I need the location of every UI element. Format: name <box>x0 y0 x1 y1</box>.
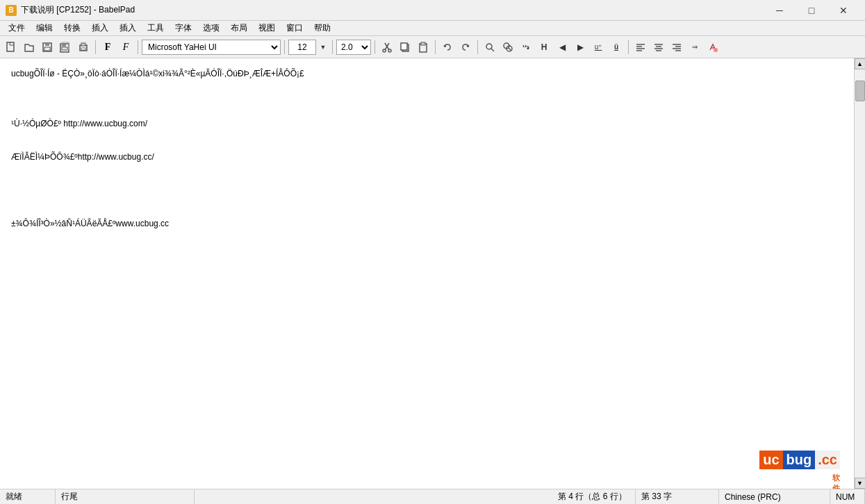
new-icon <box>6 42 17 53</box>
status-position: 第 4 行（总 6 行） <box>552 489 636 504</box>
align-center-button[interactable] <box>650 39 667 56</box>
clear-format-button[interactable] <box>705 39 721 56</box>
save-all-button[interactable] <box>57 39 74 56</box>
prev-button[interactable]: ◀ <box>554 39 570 56</box>
scroll-down[interactable]: ▼ <box>855 478 866 489</box>
save-all-icon <box>60 42 71 53</box>
separator-3 <box>284 40 285 54</box>
status-ready: 就绪 <box>0 489 56 504</box>
undo-button[interactable] <box>439 39 456 56</box>
svg-line-24 <box>491 49 494 51</box>
svg-rect-11 <box>81 43 85 46</box>
cut-icon <box>381 42 393 53</box>
umark-button[interactable]: u⁺ <box>590 39 607 56</box>
save-icon <box>42 42 53 53</box>
status-bar: 就绪 行尾 第 4 行（总 6 行） 第 33 字 Chinese (PRC) … <box>0 489 865 504</box>
minimize-button[interactable]: ─ <box>764 0 796 21</box>
svg-rect-18 <box>401 43 407 50</box>
menu-help[interactable]: 帮助 <box>308 21 336 35</box>
undo-icon <box>442 42 453 53</box>
editor-area[interactable]: ucbugÕÎÏ·Íø - ËÇÒ»¸öÏò·áÓÎÏ·Íæ¼ÒÌá¹©xi¾¾… <box>0 58 854 489</box>
logo-bug: bug <box>783 451 816 469</box>
separator-7 <box>477 40 478 54</box>
status-numlock: NUM <box>830 489 865 504</box>
next-button[interactable]: ▶ <box>572 39 588 56</box>
new-button[interactable] <box>3 39 19 56</box>
cut-button[interactable] <box>379 39 395 56</box>
find2-icon <box>502 42 513 53</box>
line-height-selector[interactable]: 2.0 <box>336 40 371 55</box>
font-selector[interactable]: Microsoft YaHei UI <box>142 40 281 55</box>
find-icon <box>484 42 495 53</box>
menu-window[interactable]: 窗口 <box>281 21 308 35</box>
umark2-button[interactable]: ü <box>608 39 625 56</box>
status-encoding: Chinese (PRC) <box>719 489 830 504</box>
logo-cc: .cc <box>815 451 840 469</box>
app-icon: B <box>6 5 17 16</box>
toolbar: F F Microsoft YaHei UI ▼ 2.0 ¹²₃ H ◀ ▶ u… <box>0 36 865 58</box>
separator-6 <box>435 40 436 54</box>
align-center-icon <box>653 42 664 53</box>
paste-icon <box>418 42 429 53</box>
scroll-up[interactable]: ▲ <box>855 58 866 69</box>
save-button[interactable] <box>39 39 56 56</box>
scrollbar[interactable]: ▲ ▼ <box>854 58 865 489</box>
svg-point-15 <box>383 49 386 52</box>
editor-content: ucbugÕÎÏ·Íø - ËÇÒ»¸öÏò·áÓÎÏ·Íæ¼ÒÌá¹©xi¾¾… <box>11 65 843 343</box>
menu-tools[interactable]: 工具 <box>142 21 170 35</box>
svg-rect-0 <box>7 42 14 51</box>
menu-options[interactable]: 选项 <box>197 21 225 35</box>
separator-8 <box>628 40 629 54</box>
close-button[interactable]: ✕ <box>827 0 859 21</box>
align-right-button[interactable] <box>668 39 685 56</box>
separator-5 <box>374 40 375 54</box>
print-icon <box>78 42 89 53</box>
svg-rect-5 <box>44 47 50 51</box>
svg-rect-4 <box>45 43 49 46</box>
find-button[interactable] <box>481 39 498 56</box>
maximize-button[interactable]: □ <box>796 0 827 21</box>
italic-button[interactable]: F <box>117 39 134 56</box>
title-bar: B 下载说明 [CP1252] - BabelPad ─ □ ✕ <box>0 0 865 21</box>
open-button[interactable] <box>21 39 38 56</box>
copy-button[interactable] <box>397 39 413 56</box>
copy-icon <box>399 42 411 53</box>
menu-font[interactable]: 字体 <box>170 21 197 35</box>
font-size-dropdown[interactable]: ▼ <box>318 39 329 56</box>
svg-line-27 <box>509 48 511 51</box>
svg-point-16 <box>388 49 391 52</box>
open-icon <box>24 42 35 53</box>
unicode-button[interactable]: ¹²₃ <box>518 39 534 56</box>
paste-button[interactable] <box>415 39 431 56</box>
menu-file[interactable]: 文件 <box>3 21 31 35</box>
menu-layout[interactable]: 布局 <box>225 21 253 35</box>
align-left-icon <box>635 42 646 53</box>
font-size-input[interactable] <box>288 40 316 55</box>
line-button[interactable]: H <box>536 39 552 56</box>
svg-point-41 <box>714 48 718 52</box>
print-button[interactable] <box>75 39 92 56</box>
svg-point-23 <box>486 44 492 49</box>
align-right-icon <box>671 42 682 53</box>
align-left-button[interactable] <box>632 39 649 56</box>
status-lineend: 行尾 <box>56 489 195 504</box>
status-chars: 第 33 字 <box>636 489 719 504</box>
separator-4 <box>332 40 333 54</box>
title-bar-left: B 下载说明 [CP1252] - BabelPad <box>6 4 135 16</box>
menu-convert[interactable]: 转换 <box>58 21 86 35</box>
watermark-logo: uc bug .cc <box>759 451 840 469</box>
menu-insert2[interactable]: 插入 <box>114 21 142 35</box>
bold-button[interactable]: F <box>99 39 116 56</box>
svg-rect-20 <box>421 42 425 45</box>
svg-rect-7 <box>62 44 66 47</box>
menu-view[interactable]: 视图 <box>253 21 281 35</box>
redo-button[interactable] <box>457 39 474 56</box>
scroll-thumb[interactable] <box>855 81 865 101</box>
watermark-text: 软件下载站 <box>832 473 840 489</box>
separator-2 <box>138 40 138 54</box>
title-text: 下载说明 [CP1252] - BabelPad <box>21 4 135 16</box>
menu-edit[interactable]: 编辑 <box>31 21 58 35</box>
menu-insert1[interactable]: 插入 <box>86 21 114 35</box>
find2-button[interactable] <box>500 39 516 56</box>
rtl-button[interactable]: ⇒ <box>686 39 703 56</box>
